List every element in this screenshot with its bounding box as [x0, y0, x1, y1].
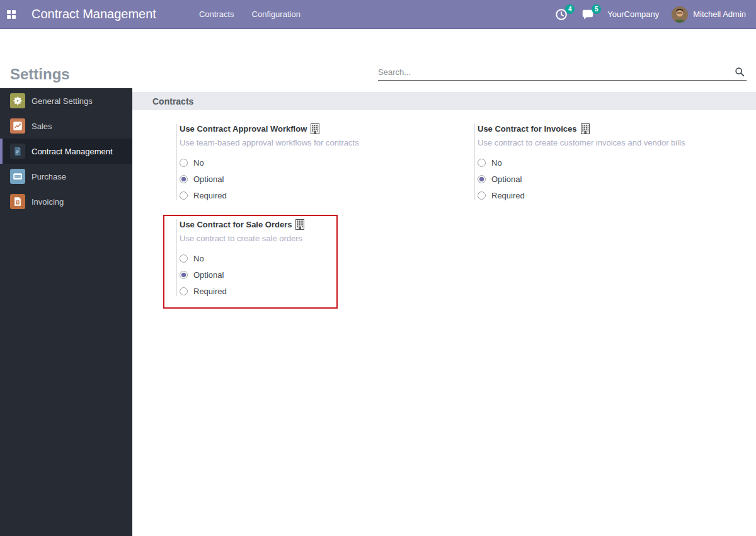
radio-option-optional[interactable]: Optional: [478, 174, 745, 184]
page-title: Settings: [10, 66, 70, 83]
enterprise-building-icon: [295, 219, 304, 230]
sidebar-item-invoicing[interactable]: $ Invoicing: [0, 189, 132, 214]
messages-button[interactable]: 5: [581, 8, 595, 21]
radio-button[interactable]: [180, 271, 188, 279]
sidebar-item-contract-management[interactable]: Contract Management: [0, 139, 132, 164]
search-input[interactable]: [378, 64, 747, 80]
menu-configuration[interactable]: Configuration: [246, 6, 307, 23]
radio-option-no[interactable]: No: [180, 254, 333, 263]
radio-label: Required: [193, 287, 227, 296]
activities-button[interactable]: 4: [554, 8, 568, 21]
settings-sidebar: General Settings Sales: [0, 88, 132, 536]
apps-menu-button[interactable]: [0, 0, 23, 29]
sidebar-item-label: Invoicing: [32, 197, 64, 207]
setting-title: Use Contract for Invoices: [478, 124, 577, 134]
setting-approval-workflow: Use Contract Approval Workflow Use team-…: [176, 123, 447, 200]
sidebar-item-label: Sales: [32, 122, 52, 131]
setting-description: Use contract to create customer invoices…: [478, 138, 745, 147]
radio-button[interactable]: [478, 175, 486, 183]
sidebar-item-label: Contract Management: [32, 147, 113, 156]
gear-icon: [10, 93, 25, 108]
setting-title: Use Contract for Sale Orders: [180, 220, 292, 229]
company-switcher[interactable]: YourCompany: [607, 9, 659, 19]
radio-label: Optional: [193, 174, 224, 184]
radio-option-optional[interactable]: Optional: [180, 174, 447, 184]
radio-button[interactable]: [478, 191, 486, 200]
messages-badge: 5: [592, 4, 601, 14]
section-title: Contracts: [152, 96, 193, 106]
radio-button[interactable]: [180, 175, 188, 183]
setting-title: Use Contract Approval Workflow: [180, 124, 307, 134]
radio-label: Optional: [193, 270, 224, 280]
radio-option-no[interactable]: No: [478, 158, 745, 168]
section-header-contracts: Contracts: [132, 92, 756, 110]
radio-button[interactable]: [180, 159, 188, 167]
sidebar-item-label: General Settings: [32, 96, 93, 106]
active-indicator: [0, 139, 3, 164]
radio-button[interactable]: [180, 254, 188, 263]
sidebar-item-general-settings[interactable]: General Settings: [0, 88, 132, 113]
enterprise-building-icon: [311, 123, 319, 134]
radio-button[interactable]: [478, 159, 486, 167]
top-navbar: Contract Management Contracts Configurat…: [0, 0, 756, 29]
radio-label: Required: [193, 191, 227, 200]
control-panel: Settings Save Discard: [0, 29, 756, 88]
radio-option-required[interactable]: Required: [180, 191, 447, 200]
radio-option-no[interactable]: No: [180, 158, 447, 168]
settings-page: Contract Management Contracts Configurat…: [0, 0, 756, 536]
sales-chart-icon: [10, 118, 25, 134]
setting-contract-invoices: Use Contract for Invoices Use contract t…: [474, 123, 745, 200]
radio-group-contract-sale-orders: No Optional Required: [180, 254, 333, 296]
setting-description: Use contract to create sale orders: [180, 234, 333, 243]
radio-label: No: [193, 254, 204, 263]
radio-button[interactable]: [180, 191, 188, 200]
settings-content: Contracts Use Contract Approval Workflow: [132, 88, 756, 536]
invoice-dollar-icon: $: [10, 194, 25, 209]
radio-label: Optional: [491, 174, 522, 184]
user-name: Mitchell Admin: [693, 9, 746, 19]
contract-document-icon: [10, 144, 25, 159]
highlight-box: Use Contract for Sale Orders Use contrac…: [163, 215, 338, 309]
sidebar-item-sales[interactable]: Sales: [0, 113, 132, 139]
menu-contracts[interactable]: Contracts: [193, 6, 241, 23]
top-menus: Contracts Configuration: [193, 6, 307, 23]
sidebar-item-purchase[interactable]: Purchase: [0, 164, 132, 189]
setting-description: Use team-based approval workflows for co…: [180, 138, 447, 147]
search-icon[interactable]: [734, 66, 745, 77]
user-menu[interactable]: Mitchell Admin: [672, 6, 746, 23]
setting-contract-sale-orders: Use Contract for Sale Orders Use contrac…: [176, 219, 333, 296]
user-avatar: [672, 6, 688, 23]
activities-badge: 4: [565, 4, 575, 14]
radio-group-approval-workflow: No Optional Required: [180, 158, 447, 200]
apps-grid-icon: [7, 10, 16, 19]
enterprise-building-icon: [581, 123, 590, 134]
topbar-right: 4 5 YourCompany: [554, 6, 756, 23]
radio-button[interactable]: [180, 287, 188, 295]
credit-card-icon: [10, 169, 25, 184]
radio-label: No: [491, 158, 502, 168]
search-box: [378, 64, 747, 81]
radio-option-optional[interactable]: Optional: [180, 270, 333, 280]
sidebar-item-label: Purchase: [32, 172, 66, 181]
radio-label: Required: [491, 191, 525, 200]
radio-label: No: [193, 158, 204, 168]
app-title: Contract Management: [32, 7, 156, 21]
radio-option-required[interactable]: Required: [478, 191, 745, 200]
radio-group-contract-invoices: No Optional Required: [478, 158, 745, 200]
radio-option-required[interactable]: Required: [180, 287, 333, 296]
